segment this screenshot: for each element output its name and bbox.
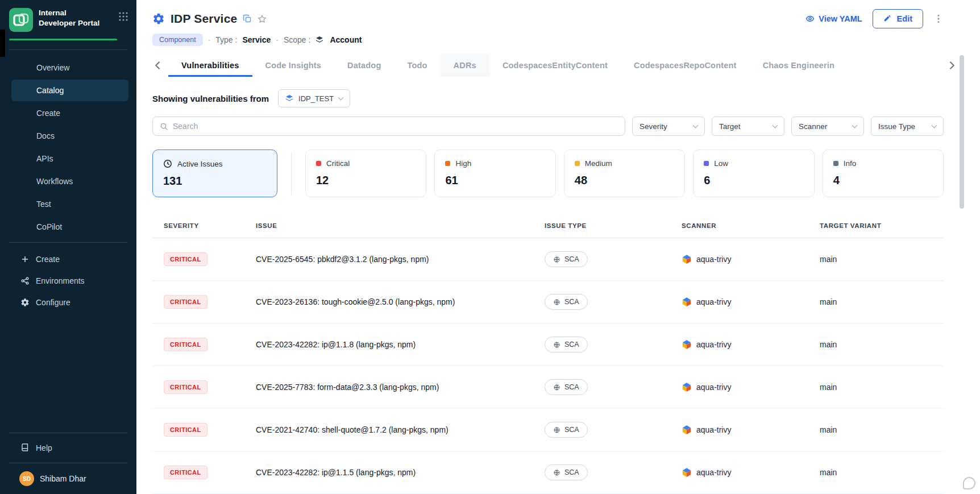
column-header-issue-type: ISSUE TYPE <box>545 222 682 229</box>
secondary-item-label: Create <box>36 255 60 264</box>
sidebar-item-label: Overview <box>36 63 69 72</box>
card-label: High <box>455 159 471 168</box>
summary-card-info[interactable]: Info 4 <box>823 150 944 197</box>
sidebar-nav: Overview Catalog Create Docs APIs Workfl… <box>0 53 136 239</box>
summary-card-active-issues[interactable]: Active Issues 131 <box>152 150 277 197</box>
header-actions: View YAML Edit <box>805 9 944 28</box>
secondary-item-label: Configure <box>36 298 70 307</box>
target-variant: main <box>820 297 944 306</box>
sidebar-item-test[interactable]: Test <box>11 193 128 215</box>
scrollbar-thumb[interactable] <box>960 55 964 209</box>
sidebar-divider <box>9 242 127 243</box>
filters-row: Severity Target Scanner Issue Type <box>136 117 980 136</box>
view-yaml-button[interactable]: View YAML <box>805 14 862 23</box>
type-value: Service <box>242 35 271 44</box>
sidebar-item-create[interactable]: Create <box>11 102 128 124</box>
sidebar-item-copilot[interactable]: CoPilot <box>11 216 128 238</box>
tab-codespaces-repo-content[interactable]: CodespacesRepoContent <box>621 54 750 77</box>
scanner-name: aqua-trivy <box>696 383 731 392</box>
severity-badge: CRITICAL <box>164 466 207 479</box>
tab-chaos-engineering[interactable]: Chaos Engineerin <box>750 54 848 77</box>
copy-icon[interactable] <box>243 14 252 23</box>
tabs-scroll-right-icon[interactable] <box>946 60 957 71</box>
table-row[interactable]: CRITICAL CVE-2025-6545: pbkdf2@3.1.2 (la… <box>152 238 944 281</box>
column-header-severity: SEVERITY <box>164 222 256 229</box>
separator-dot: · <box>276 35 279 44</box>
scope-label: Scope : <box>284 35 310 44</box>
pencil-icon <box>883 14 892 23</box>
tab-datadog[interactable]: Datadog <box>334 54 394 77</box>
tab-todo[interactable]: Todo <box>394 54 440 77</box>
card-value: 48 <box>575 174 674 187</box>
card-value: 131 <box>163 175 267 188</box>
table-row[interactable]: CRITICAL CVE-2023-26136: tough-cookie@2.… <box>152 281 944 323</box>
kebab-menu-icon[interactable] <box>933 14 944 24</box>
search-input[interactable] <box>173 122 618 131</box>
sidebar-item-docs[interactable]: Docs <box>11 125 128 147</box>
table-row[interactable]: CRITICAL CVE-2025-7783: form-data@2.3.3 … <box>152 366 944 409</box>
tabs-scroll-left-icon[interactable] <box>152 60 164 71</box>
aqua-trivy-icon <box>682 467 692 478</box>
floating-widget[interactable] <box>963 477 975 489</box>
severity-dropdown[interactable]: Severity <box>632 117 705 136</box>
edit-button[interactable]: Edit <box>873 9 923 28</box>
issue-type-dropdown[interactable]: Issue Type <box>871 117 944 136</box>
apps-grid-icon[interactable] <box>118 11 128 22</box>
severity-badge: CRITICAL <box>164 380 207 394</box>
target-variant: main <box>820 468 944 477</box>
summary-card-low[interactable]: Low 6 <box>693 150 814 197</box>
sidebar-item-workflows[interactable]: Workflows <box>11 171 128 192</box>
brand-accent-line <box>9 39 117 40</box>
help-label: Help <box>36 443 52 453</box>
scanner-cell: aqua-trivy <box>682 297 820 307</box>
table-row[interactable]: CRITICAL CVE-2023-42282: ip@1.1.8 (lang-… <box>152 323 944 366</box>
tabs-strip: Vulnerabilities Code Insights Datadog To… <box>168 54 946 77</box>
user-menu[interactable]: SD Shibam Dhar <box>0 467 136 494</box>
plus-icon <box>20 255 30 264</box>
scanner-name: aqua-trivy <box>696 425 731 434</box>
medium-color-square <box>575 161 580 166</box>
tab-adrs[interactable]: ADRs <box>441 54 489 77</box>
sidebar-bottom: Help SD Shibam Dhar <box>0 429 136 494</box>
issue-type-pill: SCA <box>545 251 588 267</box>
secondary-item-label: Environments <box>36 276 85 285</box>
target-dropdown[interactable]: Target <box>712 117 784 136</box>
summary-card-high[interactable]: High 61 <box>434 150 555 197</box>
severity-badge: CRITICAL <box>164 423 207 437</box>
source-dropdown[interactable]: IDP_TEST <box>278 89 350 107</box>
tab-code-insights[interactable]: Code Insights <box>252 54 334 77</box>
sidebar-item-catalog[interactable]: Catalog <box>11 80 128 101</box>
sidebar-item-apis[interactable]: APIs <box>11 148 128 169</box>
sca-icon <box>553 298 560 306</box>
card-label: Active Issues <box>177 160 223 168</box>
tab-vulnerabilities[interactable]: Vulnerabilities <box>168 54 252 77</box>
issue-type-pill: SCA <box>545 464 588 480</box>
summary-card-critical[interactable]: Critical 12 <box>305 150 426 197</box>
issue-text: CVE-2023-42282: ip@1.1.5 (lang-pkgs, npm… <box>256 468 545 477</box>
scanner-dropdown[interactable]: Scanner <box>791 117 864 136</box>
sidebar-item-overview[interactable]: Overview <box>11 57 128 78</box>
table-row[interactable]: CRITICAL CVE-2021-42740: shell-quote@1.7… <box>152 409 944 451</box>
low-color-square <box>704 161 709 166</box>
table-row[interactable]: CRITICAL CVE-2023-42282: ip@1.1.5 (lang-… <box>152 451 944 494</box>
sca-icon <box>553 469 560 476</box>
tab-codespaces-entity-content[interactable]: CodespacesEntityContent <box>489 54 621 77</box>
issue-text: CVE-2025-6545: pbkdf2@3.1.2 (lang-pkgs, … <box>256 255 545 264</box>
summary-cards-row: Active Issues 131 Critical 12 High 61 Me… <box>136 150 980 197</box>
severity-badge: CRITICAL <box>164 252 207 266</box>
showing-label: Showing vulnerabilities from <box>152 94 269 103</box>
help-button[interactable]: Help <box>0 437 136 459</box>
chevron-down-icon <box>338 94 344 100</box>
issue-text: CVE-2023-42282: ip@1.1.8 (lang-pkgs, npm… <box>256 340 545 349</box>
service-gear-icon <box>152 13 165 25</box>
scanner-cell: aqua-trivy <box>682 339 820 350</box>
sca-icon <box>553 256 560 263</box>
critical-color-square <box>316 161 321 166</box>
summary-card-medium[interactable]: Medium 48 <box>564 150 685 197</box>
card-value: 6 <box>704 174 803 187</box>
sidebar-item-configure[interactable]: Configure <box>0 292 136 313</box>
column-header-scanner: SCANNER <box>682 222 820 229</box>
star-icon[interactable] <box>258 14 267 23</box>
sidebar-item-environments[interactable]: Environments <box>0 270 136 292</box>
sidebar-item-create-action[interactable]: Create <box>0 248 136 270</box>
